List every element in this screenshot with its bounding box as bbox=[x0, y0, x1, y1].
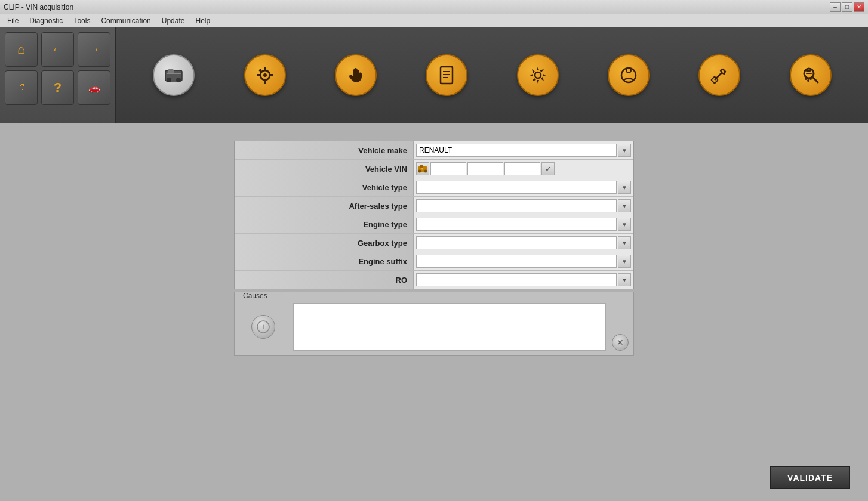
vin-input-2[interactable] bbox=[467, 162, 503, 175]
engine-suffix-select[interactable] bbox=[416, 255, 617, 268]
menu-tools[interactable]: Tools bbox=[69, 16, 95, 26]
maximize-btn[interactable]: □ bbox=[842, 2, 852, 12]
gearbox-tool-btn[interactable] bbox=[244, 54, 286, 96]
minimize-btn[interactable]: – bbox=[830, 2, 841, 12]
svg-point-29 bbox=[424, 170, 427, 173]
ro-row: RO ▼ bbox=[235, 271, 633, 289]
nav-buttons: ⌂ ← → 🖨 ? 🚗 bbox=[0, 27, 116, 123]
close-btn[interactable]: ✕ bbox=[854, 2, 864, 12]
settings-tool-btn[interactable] bbox=[517, 54, 559, 96]
vehicle-type-label: Vehicle type bbox=[235, 178, 414, 196]
form-panel: Vehicle make RENAULT ▼ Vehicle VIN ? bbox=[234, 141, 634, 289]
svg-point-26 bbox=[809, 78, 812, 80]
causes-close-btn[interactable]: ✕ bbox=[612, 334, 629, 351]
svg-point-2 bbox=[176, 78, 181, 82]
vin-tool-btn[interactable] bbox=[153, 54, 195, 96]
gearbox-type-label: Gearbox type bbox=[235, 234, 414, 252]
vehicle-btn[interactable]: 🚗 bbox=[78, 70, 110, 105]
gearbox-type-select[interactable] bbox=[416, 236, 617, 249]
vin-car-icon[interactable]: ? bbox=[416, 162, 429, 175]
back-btn[interactable]: ← bbox=[41, 32, 74, 67]
engine-suffix-field: ▼ bbox=[414, 252, 633, 270]
causes-textarea[interactable] bbox=[293, 303, 606, 351]
engine-suffix-row: Engine suffix ▼ bbox=[235, 252, 633, 271]
svg-rect-9 bbox=[257, 74, 260, 76]
after-sales-type-row: After-sales type ▼ bbox=[235, 197, 633, 215]
vehicle-vin-field: ? ✓ bbox=[414, 160, 633, 178]
engine-type-field: ▼ bbox=[414, 215, 633, 233]
engine-type-dropdown-arrow[interactable]: ▼ bbox=[618, 218, 631, 231]
help-btn[interactable]: ? bbox=[41, 70, 74, 105]
title-bar: CLIP - VIN acquisition – □ ✕ bbox=[0, 0, 868, 14]
touch-tool-btn[interactable] bbox=[335, 54, 377, 96]
vehicle-type-dropdown-arrow[interactable]: ▼ bbox=[618, 181, 631, 194]
vehicle-make-row: Vehicle make RENAULT ▼ bbox=[235, 141, 633, 160]
svg-point-16 bbox=[535, 72, 541, 78]
svg-point-6 bbox=[263, 73, 267, 77]
causes-content: i ✕ bbox=[239, 297, 629, 351]
vehicle-make-field: RENAULT ▼ bbox=[414, 141, 633, 159]
svg-point-28 bbox=[418, 170, 421, 173]
svg-rect-22 bbox=[806, 70, 811, 72]
svg-rect-23 bbox=[806, 73, 812, 74]
svg-point-1 bbox=[167, 78, 171, 82]
engine-suffix-label: Engine suffix bbox=[235, 252, 414, 270]
print-btn[interactable]: 🖨 bbox=[5, 70, 38, 105]
vehicle-make-select[interactable]: RENAULT bbox=[416, 144, 617, 157]
engine-suffix-dropdown-arrow[interactable]: ▼ bbox=[618, 255, 631, 268]
svg-point-25 bbox=[807, 79, 809, 82]
after-sales-type-select[interactable] bbox=[416, 199, 617, 212]
svg-point-24 bbox=[805, 78, 807, 80]
menu-diagnostic[interactable]: Diagnostic bbox=[24, 16, 67, 26]
after-sales-type-field: ▼ bbox=[414, 197, 633, 215]
vin-input-3[interactable] bbox=[504, 162, 540, 175]
svg-rect-7 bbox=[264, 67, 266, 70]
report-tool-btn[interactable] bbox=[426, 54, 467, 96]
menu-help[interactable]: Help bbox=[190, 16, 215, 26]
ro-select[interactable] bbox=[416, 273, 617, 286]
engine-type-row: Engine type ▼ bbox=[235, 215, 633, 234]
vin-input-1[interactable] bbox=[430, 162, 466, 175]
home-btn[interactable]: ⌂ bbox=[5, 32, 38, 67]
ro-label: RO bbox=[235, 271, 414, 289]
support-tool-btn[interactable] bbox=[608, 54, 650, 96]
vehicle-vin-row: Vehicle VIN ? ✓ bbox=[235, 160, 633, 178]
vehicle-make-dropdown-arrow[interactable]: ▼ bbox=[618, 144, 631, 157]
gearbox-type-row: Gearbox type ▼ bbox=[235, 234, 633, 252]
window-controls: – □ ✕ bbox=[830, 2, 864, 12]
forward-btn[interactable]: → bbox=[78, 32, 110, 67]
after-sales-type-label: After-sales type bbox=[235, 197, 414, 215]
svg-rect-4 bbox=[167, 73, 181, 74]
menu-bar: File Diagnostic Tools Communication Upda… bbox=[0, 14, 868, 27]
menu-update[interactable]: Update bbox=[157, 16, 190, 26]
window-title: CLIP - VIN acquisition bbox=[4, 3, 73, 11]
vehicle-type-select[interactable] bbox=[416, 181, 617, 194]
causes-info-icon[interactable]: i bbox=[251, 315, 275, 339]
engine-type-select[interactable] bbox=[416, 218, 617, 231]
svg-rect-8 bbox=[264, 80, 266, 84]
gearbox-type-dropdown-arrow[interactable]: ▼ bbox=[618, 236, 631, 249]
validate-button[interactable]: VALIDATE bbox=[770, 466, 850, 489]
causes-legend: Causes bbox=[241, 292, 270, 300]
repair-tool-btn[interactable] bbox=[698, 54, 740, 96]
search-tool-btn[interactable] bbox=[790, 54, 832, 96]
svg-text:i: i bbox=[262, 323, 264, 331]
ro-field: ▼ bbox=[414, 271, 633, 289]
after-sales-type-dropdown-arrow[interactable]: ▼ bbox=[618, 199, 631, 212]
causes-section: Causes i ✕ bbox=[234, 292, 634, 356]
vehicle-make-label: Vehicle make bbox=[235, 141, 414, 159]
form-container: Vehicle make RENAULT ▼ Vehicle VIN ? bbox=[234, 141, 634, 356]
ro-dropdown-arrow[interactable]: ▼ bbox=[618, 273, 631, 286]
svg-rect-10 bbox=[270, 74, 273, 76]
vehicle-type-field: ▼ bbox=[414, 178, 633, 196]
gearbox-type-field: ▼ bbox=[414, 234, 633, 252]
vin-check-btn[interactable]: ✓ bbox=[541, 162, 555, 175]
vehicle-vin-label: Vehicle VIN bbox=[235, 160, 414, 178]
toolbar-icons bbox=[116, 27, 868, 123]
svg-line-21 bbox=[812, 77, 818, 82]
menu-communication[interactable]: Communication bbox=[96, 16, 155, 26]
menu-file[interactable]: File bbox=[2, 16, 23, 26]
main-content: Vehicle make RENAULT ▼ Vehicle VIN ? bbox=[0, 123, 868, 501]
engine-type-label: Engine type bbox=[235, 215, 414, 233]
causes-icon-area: i bbox=[239, 315, 287, 339]
